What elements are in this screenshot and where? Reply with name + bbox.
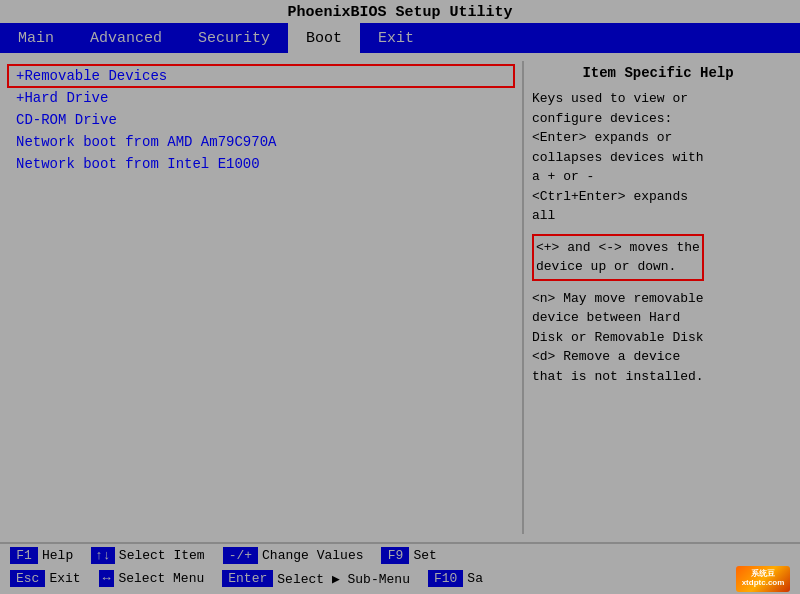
watermark-logo: 系统豆xtdptc.com xyxy=(736,566,790,592)
label-select-submenu: Select ▶ Sub-Menu xyxy=(277,571,410,587)
help-highlight: <+> and <-> moves thedevice up or down. xyxy=(532,234,704,281)
help-text-1: Keys used to view orconfigure devices:<E… xyxy=(532,89,784,226)
bios-title: PhoenixBIOS Setup Utility xyxy=(0,0,800,23)
key-esc: Esc xyxy=(10,570,45,587)
boot-item-network-intel[interactable]: Network boot from Intel E1000 xyxy=(8,153,514,175)
boot-device-list: +Removable Devices +Hard Drive CD-ROM Dr… xyxy=(8,61,514,534)
label-sa: Sa xyxy=(467,571,483,586)
boot-item-harddrive[interactable]: +Hard Drive xyxy=(8,87,514,109)
label-help: Help xyxy=(42,548,73,563)
label-set: Set xyxy=(413,548,436,563)
label-change-values: Change Values xyxy=(262,548,363,563)
menu-exit[interactable]: Exit xyxy=(360,23,432,53)
title-text: PhoenixBIOS Setup Utility xyxy=(287,4,512,21)
key-f10: F10 xyxy=(428,570,463,587)
key-minusplus: -/+ xyxy=(223,547,258,564)
help-panel: Item Specific Help Keys used to view orc… xyxy=(522,61,792,534)
footer-row-2: Esc Exit ↔ Select Menu Enter Select ▶ Su… xyxy=(0,565,800,593)
help-text-2: <n> May move removabledevice between Har… xyxy=(532,289,784,387)
footer: F1 Help ↑↓ Select Item -/+ Change Values… xyxy=(0,542,800,594)
bios-screen: PhoenixBIOS Setup Utility Main Advanced … xyxy=(0,0,800,594)
boot-item-removable[interactable]: +Removable Devices xyxy=(8,65,514,87)
main-content: +Removable Devices +Hard Drive CD-ROM Dr… xyxy=(0,53,800,542)
menu-advanced[interactable]: Advanced xyxy=(72,23,180,53)
menu-security[interactable]: Security xyxy=(180,23,288,53)
label-select-item: Select Item xyxy=(119,548,205,563)
label-exit: Exit xyxy=(49,571,80,586)
footer-row-1: F1 Help ↑↓ Select Item -/+ Change Values… xyxy=(0,546,800,565)
help-title: Item Specific Help xyxy=(532,65,784,81)
key-enter: Enter xyxy=(222,570,273,587)
boot-item-network-amd[interactable]: Network boot from AMD Am79C970A xyxy=(8,131,514,153)
menu-boot[interactable]: Boot xyxy=(288,23,360,53)
key-leftright: ↔ xyxy=(99,570,115,587)
label-select-menu: Select Menu xyxy=(118,571,204,586)
key-updown: ↑↓ xyxy=(91,547,115,564)
menu-bar: Main Advanced Security Boot Exit xyxy=(0,23,800,53)
menu-main[interactable]: Main xyxy=(0,23,72,53)
key-f1: F1 xyxy=(10,547,38,564)
key-f9: F9 xyxy=(381,547,409,564)
boot-item-cdrom[interactable]: CD-ROM Drive xyxy=(8,109,514,131)
